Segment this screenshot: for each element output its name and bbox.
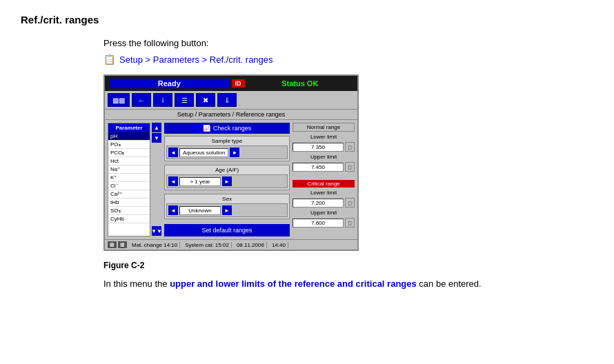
breadcrumb-icon: 📋	[103, 54, 115, 65]
status-bar: ▩ ▩ Mat. change 14:10 System cal: 15:02 …	[105, 239, 357, 250]
nav-btn-grid[interactable]: ▩▩	[108, 93, 130, 107]
status-icon-1: ▩	[108, 241, 117, 248]
upper-limit-value: 7.450	[293, 163, 344, 172]
nav-btn-tool[interactable]: ✖	[196, 93, 215, 107]
sys-cal: System cal: 15:02	[183, 242, 232, 248]
lower-limit-row: 7.350 ⎕	[293, 142, 355, 152]
param-PO2[interactable]: PO₂	[108, 141, 150, 149]
age-label: Age (A/F)	[166, 167, 288, 173]
ready-indicator: Ready	[109, 79, 230, 88]
nav-btn-menu[interactable]: ☰	[175, 93, 194, 107]
main-content: Parameter pH PO₂ PCO₂ Hct Na⁺ K⁺ Cl⁻ Ca²…	[105, 120, 357, 239]
device-screen-wrapper: Ready ID Status OK ▩▩ ← i ☰ ✖ ⇓ Setup / …	[103, 74, 359, 251]
sample-type-row: ◄ Aqueous solution ►	[166, 145, 288, 159]
param-Hct[interactable]: Hct	[108, 157, 150, 165]
figure-caption: Figure C-2	[103, 261, 593, 270]
nav-btn-info[interactable]: i	[153, 93, 172, 107]
sex-row: ◄ Unknown ►	[166, 203, 288, 217]
age-row: ◄ > 1 year ►	[166, 174, 288, 188]
lower-limit-value: 7.350	[293, 143, 344, 152]
center-panel: 📈 Check ranges Sample type ◄ Aqueous sol…	[164, 123, 290, 236]
param-panel: Parameter pH PO₂ PCO₂ Hct Na⁺ K⁺ Cl⁻ Ca²…	[108, 123, 161, 236]
status-icon-2: ▩	[118, 241, 127, 248]
breadcrumb-text: Setup > Parameters > Ref./crit. ranges	[119, 54, 273, 65]
sex-next-btn[interactable]: ►	[222, 205, 232, 215]
id-badge: ID	[232, 79, 245, 88]
param-Cl[interactable]: Cl⁻	[108, 182, 150, 190]
age-value: > 1 year	[179, 177, 221, 186]
top-bar: Ready ID Status OK	[105, 76, 357, 91]
param-SO2[interactable]: SO₂	[108, 207, 150, 215]
param-pH[interactable]: pH	[108, 132, 150, 141]
param-K[interactable]: K⁺	[108, 174, 150, 182]
sex-label: Sex	[166, 196, 288, 202]
right-panel: Normal range Lower limit 7.350 ⎕ Upper l…	[293, 123, 355, 236]
crit-lower-value: 7.200	[293, 199, 344, 208]
sex-prev-btn[interactable]: ◄	[168, 205, 178, 215]
crit-upper-value: 7.600	[293, 219, 344, 228]
lower-limit-kbd-btn[interactable]: ⎕	[345, 142, 355, 152]
sex-value: Unknown	[179, 206, 221, 215]
crit-lower-label: Lower limit	[293, 190, 355, 196]
description-highlight: upper and lower limits of the reference …	[170, 279, 417, 289]
nav-btn-down[interactable]: ⇓	[217, 93, 237, 107]
description-text: In this menu the upper and lower limits …	[103, 277, 504, 291]
upper-limit-kbd-btn[interactable]: ⎕	[345, 162, 355, 172]
status-icons: ▩ ▩	[108, 241, 127, 248]
check-icon: 📈	[203, 125, 210, 132]
page-title: Ref./crit. ranges	[21, 14, 593, 26]
crit-lower-row: 7.200 ⎕	[293, 198, 355, 208]
param-header: Parameter	[108, 123, 150, 132]
sample-type-prev-btn[interactable]: ◄	[168, 148, 178, 157]
scroll-up-btn[interactable]: ▲	[152, 123, 161, 132]
param-tHb[interactable]: tHb	[108, 199, 150, 207]
sex-selector: Sex ◄ Unknown ►	[164, 194, 290, 219]
check-ranges-btn[interactable]: 📈 Check ranges	[164, 123, 290, 134]
nav-bar: ▩▩ ← i ☰ ✖ ⇓	[105, 91, 357, 110]
instruction-text: Press the following button:	[103, 38, 593, 48]
lower-limit-label: Lower limit	[293, 134, 355, 140]
sample-type-selector: Sample type ◄ Aqueous solution ►	[164, 136, 290, 161]
critical-range-label: Critical range	[293, 180, 355, 188]
normal-range-label: Normal range	[293, 123, 355, 132]
path-bar: Setup / Parameters / Reference ranges	[105, 110, 357, 120]
sample-type-value: Aqueous solution	[179, 148, 228, 157]
param-Na[interactable]: Na⁺	[108, 165, 150, 174]
nav-btn-back[interactable]: ←	[132, 93, 151, 107]
scroll-down-btn[interactable]: ▼	[152, 133, 161, 143]
set-default-btn[interactable]: Set default ranges	[164, 224, 290, 236]
sample-type-label: Sample type	[166, 138, 288, 144]
breadcrumb: 📋 Setup > Parameters > Ref./crit. ranges	[103, 54, 593, 65]
age-prev-btn[interactable]: ◄	[168, 176, 178, 186]
scroll-bottom-btn[interactable]: ▼▼	[152, 226, 161, 236]
crit-lower-kbd-btn[interactable]: ⎕	[345, 198, 355, 208]
param-scroll: ▲ ▼ ▼▼	[152, 123, 161, 236]
param-Ca[interactable]: Ca²⁺	[108, 190, 150, 199]
upper-limit-label: Upper limit	[293, 154, 355, 160]
crit-upper-row: 7.600 ⎕	[293, 218, 355, 228]
param-list: Parameter pH PO₂ PCO₂ Hct Na⁺ K⁺ Cl⁻ Ca²…	[108, 123, 150, 236]
mat-change: Mat. change 14:10	[130, 242, 180, 248]
crit-upper-label: Upper limit	[293, 210, 355, 216]
status-time: 14:40	[270, 242, 288, 248]
status-date: 08.11.2006	[235, 242, 267, 248]
device-screen: Ready ID Status OK ▩▩ ← i ☰ ✖ ⇓ Setup / …	[103, 74, 359, 251]
age-selector: Age (A/F) ◄ > 1 year ►	[164, 165, 290, 190]
crit-upper-kbd-btn[interactable]: ⎕	[345, 218, 355, 228]
check-ranges-label: Check ranges	[213, 125, 252, 132]
upper-limit-row: 7.450 ⎕	[293, 162, 355, 172]
param-PCO2[interactable]: PCO₂	[108, 149, 150, 157]
status-ok: Status OK	[247, 79, 354, 88]
sample-type-next-btn[interactable]: ►	[230, 148, 239, 157]
param-CyHb[interactable]: CyHb	[108, 215, 150, 223]
age-next-btn[interactable]: ►	[222, 176, 232, 186]
